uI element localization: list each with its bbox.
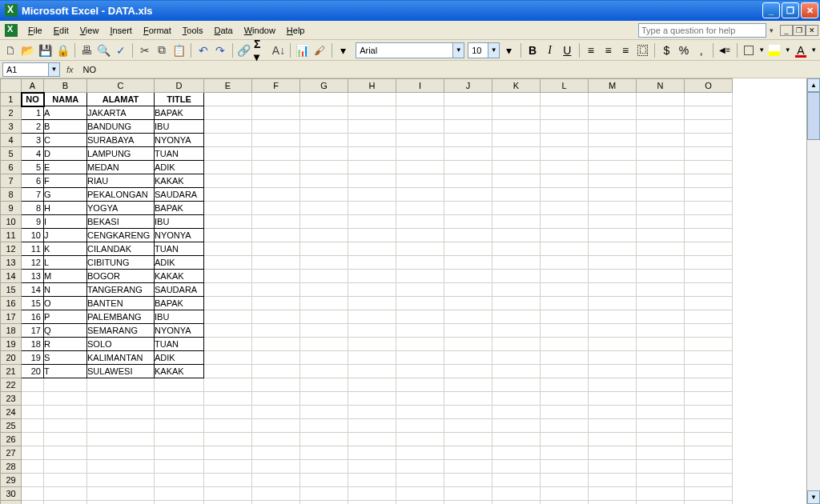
- cell-H30[interactable]: [348, 487, 396, 501]
- cell-N3[interactable]: [637, 120, 685, 134]
- cell-M15[interactable]: [589, 283, 637, 297]
- cell-N6[interactable]: [637, 161, 685, 174]
- cell-J3[interactable]: [444, 120, 492, 134]
- cell-A28[interactable]: [22, 460, 44, 474]
- cell-E12[interactable]: [204, 242, 252, 256]
- font-color-chevron-icon[interactable]: ▼: [810, 42, 818, 59]
- cell-D6[interactable]: ADIK: [155, 161, 204, 174]
- cell-E18[interactable]: [204, 324, 252, 338]
- cell-N14[interactable]: [637, 270, 685, 283]
- cell-C3[interactable]: BANDUNG: [87, 120, 155, 134]
- cell-O15[interactable]: [685, 283, 733, 297]
- cell-N12[interactable]: [637, 242, 685, 256]
- cell-B17[interactable]: P: [44, 310, 87, 324]
- cell-M11[interactable]: [589, 229, 637, 242]
- scroll-down-button[interactable]: ▼: [807, 490, 820, 504]
- cell-C18[interactable]: SEMARANG: [87, 324, 155, 338]
- cell-G16[interactable]: [300, 297, 348, 310]
- cell-B3[interactable]: B: [44, 120, 87, 134]
- zoom-dropdown-icon[interactable]: ▾: [336, 42, 352, 59]
- cell-O20[interactable]: [685, 351, 733, 365]
- row-header-3[interactable]: 3: [1, 120, 22, 134]
- cell-F9[interactable]: [252, 202, 300, 215]
- cell-L20[interactable]: [541, 351, 589, 365]
- permission-button[interactable]: 🔒: [54, 42, 71, 59]
- cell-O24[interactable]: [685, 406, 733, 419]
- cell-H22[interactable]: [348, 378, 396, 392]
- cell-I21[interactable]: [396, 365, 444, 378]
- doc-restore-button[interactable]: ❐: [793, 25, 806, 36]
- cell-H13[interactable]: [348, 256, 396, 270]
- cell-N22[interactable]: [637, 378, 685, 392]
- cell-M9[interactable]: [589, 202, 637, 215]
- cell-O16[interactable]: [685, 297, 733, 310]
- cell-I5[interactable]: [396, 147, 444, 161]
- cell-L22[interactable]: [541, 378, 589, 392]
- font-name-select[interactable]: ▼: [356, 42, 464, 58]
- cell-J26[interactable]: [444, 433, 492, 446]
- cell-D16[interactable]: BAPAK: [155, 297, 204, 310]
- cell-J2[interactable]: [444, 106, 492, 120]
- cell-N7[interactable]: [637, 174, 685, 188]
- cell-M20[interactable]: [589, 351, 637, 365]
- cell-J15[interactable]: [444, 283, 492, 297]
- cell-D30[interactable]: [155, 487, 204, 501]
- cell-K4[interactable]: [492, 134, 541, 147]
- cell-G22[interactable]: [300, 378, 348, 392]
- cell-I8[interactable]: [396, 188, 444, 202]
- cell-G24[interactable]: [300, 406, 348, 419]
- cell-N16[interactable]: [637, 297, 685, 310]
- cell-D11[interactable]: NYONYA: [155, 229, 204, 242]
- cell-C19[interactable]: SOLO: [87, 338, 155, 351]
- cell-J27[interactable]: [444, 446, 492, 460]
- cell-H17[interactable]: [348, 310, 396, 324]
- cell-M12[interactable]: [589, 242, 637, 256]
- cell-J13[interactable]: [444, 256, 492, 270]
- cell-E29[interactable]: [204, 474, 252, 487]
- cell-M24[interactable]: [589, 406, 637, 419]
- cell-L10[interactable]: [541, 215, 589, 229]
- cell-O9[interactable]: [685, 202, 733, 215]
- cell-N17[interactable]: [637, 310, 685, 324]
- font-color-button[interactable]: A: [793, 42, 810, 59]
- cell-M3[interactable]: [589, 120, 637, 134]
- cell-D17[interactable]: IBU: [155, 310, 204, 324]
- redo-button[interactable]: ↷: [212, 42, 229, 59]
- cell-A30[interactable]: [22, 487, 44, 501]
- autosum-button[interactable]: Σ ▾: [253, 42, 270, 59]
- cell-grid[interactable]: ABCDEFGHIJKLMNO1NONAMAALAMATTITLE21AJAKA…: [0, 78, 806, 504]
- cell-C4[interactable]: SURABAYA: [87, 134, 155, 147]
- cell-N30[interactable]: [637, 487, 685, 501]
- cell-E8[interactable]: [204, 188, 252, 202]
- cell-N11[interactable]: [637, 229, 685, 242]
- cell-B15[interactable]: N: [44, 283, 87, 297]
- cell-D25[interactable]: [155, 419, 204, 433]
- cell-F15[interactable]: [252, 283, 300, 297]
- cell-M2[interactable]: [589, 106, 637, 120]
- cell-A17[interactable]: 16: [22, 310, 44, 324]
- cell-C22[interactable]: [87, 378, 155, 392]
- col-header-E[interactable]: E: [204, 79, 252, 93]
- cell-L3[interactable]: [541, 120, 589, 134]
- cell-F7[interactable]: [252, 174, 300, 188]
- cell-H25[interactable]: [348, 419, 396, 433]
- cell-M16[interactable]: [589, 297, 637, 310]
- cell-B8[interactable]: G: [44, 188, 87, 202]
- menu-window[interactable]: Window: [239, 23, 281, 38]
- cell-B21[interactable]: T: [44, 365, 87, 378]
- vertical-scrollbar[interactable]: ▲ ▼: [806, 78, 820, 504]
- cell-C5[interactable]: LAMPUNG: [87, 147, 155, 161]
- cell-L6[interactable]: [541, 161, 589, 174]
- cell-D27[interactable]: [155, 446, 204, 460]
- cell-K12[interactable]: [492, 242, 541, 256]
- cell-K6[interactable]: [492, 161, 541, 174]
- cell-N13[interactable]: [637, 256, 685, 270]
- cell-L14[interactable]: [541, 270, 589, 283]
- cell-I20[interactable]: [396, 351, 444, 365]
- row-header-1[interactable]: 1: [1, 93, 22, 106]
- cell-M10[interactable]: [589, 215, 637, 229]
- cell-O8[interactable]: [685, 188, 733, 202]
- cell-K5[interactable]: [492, 147, 541, 161]
- cell-L15[interactable]: [541, 283, 589, 297]
- cell-K28[interactable]: [492, 460, 541, 474]
